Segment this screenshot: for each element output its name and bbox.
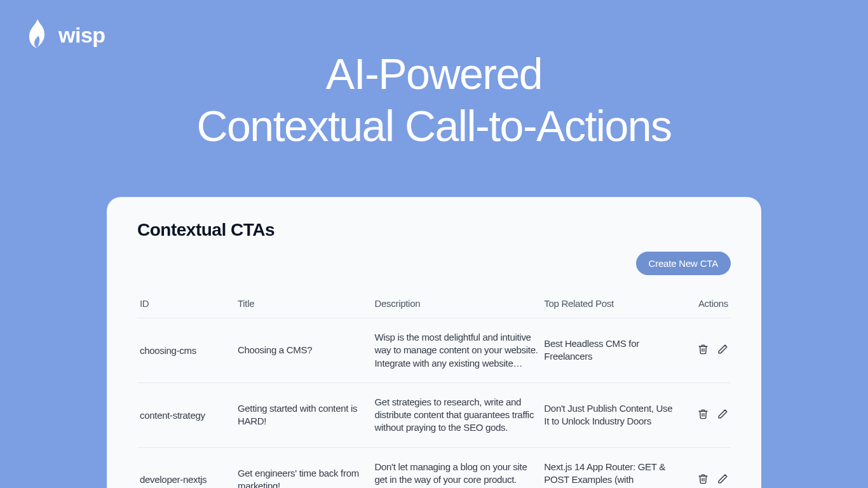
cell-related: Next.js 14 App Router: GET & POST Exampl…: [541, 447, 679, 488]
cell-title: Get engineers' time back from marketing!: [235, 447, 372, 488]
table-row: developer-nextjs Get engineers' time bac…: [137, 447, 731, 488]
cell-related: Best Headless CMS for Freelancers: [541, 318, 679, 383]
card-toolbar: Create New CTA: [137, 252, 731, 275]
trash-icon: [698, 409, 709, 419]
pencil-icon: [717, 473, 728, 484]
cell-actions: [679, 383, 731, 447]
col-header-title: Title: [235, 293, 372, 318]
edit-button[interactable]: [717, 409, 728, 419]
col-header-related: Top Related Post: [541, 293, 679, 318]
brand-name: wisp: [58, 23, 105, 48]
cell-actions: [679, 447, 731, 488]
delete-button[interactable]: [698, 473, 709, 484]
col-header-description: Description: [372, 293, 541, 318]
edit-button[interactable]: [717, 473, 728, 484]
delete-button[interactable]: [698, 409, 709, 419]
wisp-flame-icon: [25, 18, 50, 52]
table-row: choosing-cms Choosing a CMS? Wisp is the…: [137, 318, 731, 383]
cta-table: ID Title Description Top Related Post Ac…: [137, 293, 731, 488]
trash-icon: [698, 344, 709, 355]
col-header-id: ID: [137, 293, 235, 318]
table-row: content-strategy Getting started with co…: [137, 383, 731, 447]
cell-description: Get strategies to research, write and di…: [372, 383, 541, 447]
trash-icon: [698, 473, 709, 484]
pencil-icon: [717, 409, 728, 419]
cell-id: choosing-cms: [137, 318, 235, 383]
brand-logo: wisp: [25, 18, 105, 52]
col-header-actions: Actions: [679, 293, 731, 318]
cell-id: content-strategy: [137, 383, 235, 447]
create-cta-button[interactable]: Create New CTA: [636, 252, 731, 275]
cell-actions: [679, 318, 731, 383]
cell-description: Wisp is the most delightful and intuitiv…: [372, 318, 541, 383]
cell-related: Don't Just Publish Content, Use It to Un…: [541, 383, 679, 447]
cell-description: Don't let managing a blog on your site g…: [372, 447, 541, 488]
cell-title: Getting started with content is HARD!: [235, 383, 372, 447]
delete-button[interactable]: [698, 344, 709, 355]
card-title: Contextual CTAs: [137, 220, 731, 240]
cell-title: Choosing a CMS?: [235, 318, 372, 383]
cta-card: Contextual CTAs Create New CTA ID Title …: [107, 197, 761, 488]
edit-button[interactable]: [717, 344, 728, 355]
cell-id: developer-nextjs: [137, 447, 235, 488]
hero-title: AI-Powered Contextual Call-to-Actions: [0, 48, 868, 152]
pencil-icon: [717, 344, 728, 355]
